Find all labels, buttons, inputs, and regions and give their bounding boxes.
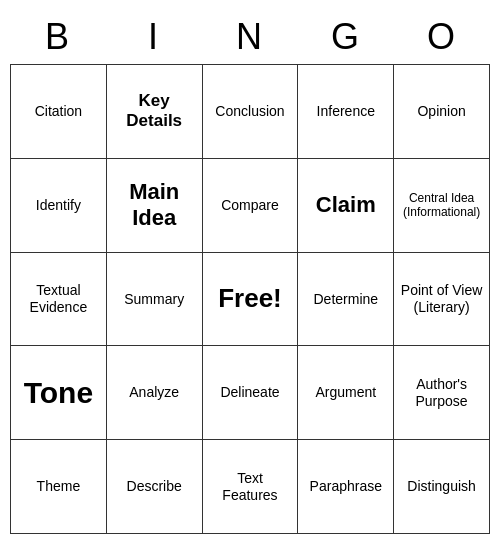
bingo-cell-3-3: Argument	[298, 346, 394, 440]
bingo-cell-2-2: Free!	[203, 253, 299, 347]
bingo-cell-0-1: Key Details	[107, 65, 203, 159]
bingo-cell-2-4: Point of View (Literary)	[394, 253, 490, 347]
bingo-cell-0-3: Inference	[298, 65, 394, 159]
bingo-row-4: ThemeDescribeText FeaturesParaphraseDist…	[11, 440, 490, 534]
bingo-cell-4-1: Describe	[107, 440, 203, 534]
bingo-cell-4-4: Distinguish	[394, 440, 490, 534]
bingo-cell-3-4: Author's Purpose	[394, 346, 490, 440]
bingo-cell-1-0: Identify	[11, 159, 107, 253]
bingo-grid: CitationKey DetailsConclusionInferenceOp…	[10, 64, 490, 534]
header-letter-G: G	[298, 10, 394, 64]
bingo-cell-3-2: Delineate	[203, 346, 299, 440]
bingo-cell-1-1: Main Idea	[107, 159, 203, 253]
bingo-cell-2-3: Determine	[298, 253, 394, 347]
header-letter-B: B	[10, 10, 106, 64]
bingo-cell-4-3: Paraphrase	[298, 440, 394, 534]
bingo-card: BINGO CitationKey DetailsConclusionInfer…	[10, 10, 490, 534]
bingo-cell-1-2: Compare	[203, 159, 299, 253]
bingo-cell-1-4: Central Idea (Informational)	[394, 159, 490, 253]
header-letter-O: O	[394, 10, 490, 64]
header-letter-I: I	[106, 10, 202, 64]
bingo-cell-3-1: Analyze	[107, 346, 203, 440]
bingo-cell-4-2: Text Features	[203, 440, 299, 534]
bingo-row-1: IdentifyMain IdeaCompareClaimCentral Ide…	[11, 159, 490, 253]
bingo-cell-2-1: Summary	[107, 253, 203, 347]
bingo-row-3: ToneAnalyzeDelineateArgumentAuthor's Pur…	[11, 346, 490, 440]
bingo-header: BINGO	[10, 10, 490, 64]
bingo-cell-1-3: Claim	[298, 159, 394, 253]
bingo-row-0: CitationKey DetailsConclusionInferenceOp…	[11, 65, 490, 159]
bingo-row-2: Textual EvidenceSummaryFree!DeterminePoi…	[11, 253, 490, 347]
bingo-cell-0-4: Opinion	[394, 65, 490, 159]
bingo-cell-2-0: Textual Evidence	[11, 253, 107, 347]
bingo-cell-0-0: Citation	[11, 65, 107, 159]
bingo-cell-4-0: Theme	[11, 440, 107, 534]
bingo-cell-0-2: Conclusion	[203, 65, 299, 159]
header-letter-N: N	[202, 10, 298, 64]
bingo-cell-3-0: Tone	[11, 346, 107, 440]
